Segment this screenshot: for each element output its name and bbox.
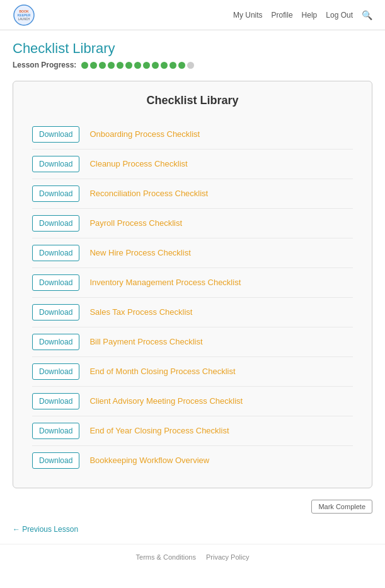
- mark-complete-button[interactable]: Mark Complete: [311, 500, 372, 514]
- page-title-area: Checklist Library Lesson Progress:: [0, 30, 385, 74]
- download-button-1[interactable]: Download: [32, 156, 79, 172]
- list-item: DownloadReconciliation Process Checklist: [32, 179, 353, 209]
- progress-dot-10: [170, 62, 176, 69]
- nav-help[interactable]: Help: [302, 11, 318, 20]
- progress-dot-11: [178, 62, 185, 69]
- list-item: DownloadPayroll Process Checklist: [32, 209, 353, 238]
- list-item: DownloadBookkeeping Workflow Overview: [32, 446, 353, 475]
- header: BOOK KEEPER LAUNCH My Units Profile Help…: [0, 0, 385, 30]
- list-item: DownloadSales Tax Process Checklist: [32, 298, 353, 327]
- card-title: Checklist Library: [32, 94, 353, 107]
- nav-links: My Units Profile Help Log Out 🔍: [233, 10, 372, 20]
- download-button-7[interactable]: Download: [32, 334, 79, 350]
- list-item: DownloadNew Hire Process Checklist: [32, 238, 353, 268]
- checklist-item-name: Reconciliation Process Checklist: [89, 188, 208, 199]
- footer-terms[interactable]: Terms & Conditions: [136, 553, 196, 561]
- progress-dot-6: [134, 62, 141, 69]
- checklist-item-name: Onboarding Process Checklist: [89, 129, 200, 140]
- progress-dot-2: [99, 62, 106, 69]
- progress-dot-0: [81, 62, 88, 69]
- progress-dots: [81, 62, 194, 69]
- list-item: DownloadOnboarding Process Checklist: [32, 120, 353, 150]
- checklist-item-name: Bill Payment Process Checklist: [89, 336, 202, 348]
- download-button-8[interactable]: Download: [32, 363, 79, 380]
- download-button-6[interactable]: Download: [32, 304, 79, 320]
- download-button-3[interactable]: Download: [32, 215, 79, 232]
- progress-dot-8: [152, 62, 159, 69]
- checklist-item-name: End of Month Closing Process Checklist: [89, 366, 235, 377]
- checklist-item-name: Client Advisory Meeting Process Checklis…: [89, 396, 243, 407]
- list-item: DownloadBill Payment Process Checklist: [32, 327, 353, 357]
- download-button-0[interactable]: Download: [32, 126, 79, 143]
- progress-dot-5: [125, 62, 132, 69]
- list-item: DownloadEnd of Month Closing Process Che…: [32, 357, 353, 387]
- download-button-4[interactable]: Download: [32, 245, 79, 261]
- svg-text:KEEPER: KEEPER: [18, 13, 31, 17]
- prev-lesson-area: ← Previous Lesson: [0, 519, 385, 544]
- checklist-item-name: New Hire Process Checklist: [89, 247, 190, 259]
- list-item: DownloadClient Advisory Meeting Process …: [32, 387, 353, 416]
- progress-dot-9: [161, 62, 168, 69]
- lesson-progress-row: Lesson Progress:: [13, 61, 372, 69]
- checklist-items: DownloadOnboarding Process ChecklistDown…: [32, 120, 353, 475]
- download-button-9[interactable]: Download: [32, 393, 79, 409]
- download-button-11[interactable]: Download: [32, 452, 79, 469]
- search-icon[interactable]: 🔍: [362, 10, 372, 20]
- nav-log-out[interactable]: Log Out: [326, 11, 353, 20]
- logo: BOOK KEEPER LAUNCH: [13, 4, 35, 26]
- download-button-2[interactable]: Download: [32, 185, 79, 202]
- checklist-item-name: Bookkeeping Workflow Overview: [89, 455, 209, 466]
- lesson-progress-label: Lesson Progress:: [13, 61, 76, 69]
- checklist-item-name: Inventory Management Process Checklist: [89, 277, 241, 288]
- checklist-item-name: Payroll Process Checklist: [89, 218, 182, 229]
- download-button-10[interactable]: Download: [32, 423, 79, 439]
- checklist-item-name: Cleanup Process Checklist: [89, 158, 187, 170]
- progress-dot-7: [143, 62, 150, 69]
- list-item: DownloadInventory Management Process Che…: [32, 268, 353, 298]
- footer: Terms & Conditions Privacy Policy: [0, 544, 385, 570]
- previous-lesson-link[interactable]: ← Previous Lesson: [13, 525, 78, 534]
- progress-dot-3: [108, 62, 115, 69]
- content-card: Checklist Library DownloadOnboarding Pro…: [13, 81, 372, 488]
- nav-profile[interactable]: Profile: [272, 11, 293, 20]
- progress-dot-4: [117, 62, 124, 69]
- page-title: Checklist Library: [13, 40, 372, 57]
- progress-dot-1: [90, 62, 97, 69]
- checklist-item-name: Sales Tax Process Checklist: [89, 307, 192, 318]
- progress-dot-12: [187, 62, 194, 69]
- checklist-item-name: End of Year Closing Process Checklist: [89, 425, 229, 437]
- logo-icon: BOOK KEEPER LAUNCH: [13, 4, 35, 26]
- download-button-5[interactable]: Download: [32, 274, 79, 291]
- list-item: DownloadEnd of Year Closing Process Chec…: [32, 416, 353, 446]
- mark-complete-area: Mark Complete: [0, 495, 385, 519]
- footer-privacy[interactable]: Privacy Policy: [206, 553, 249, 561]
- svg-text:LAUNCH: LAUNCH: [18, 18, 30, 21]
- list-item: DownloadCleanup Process Checklist: [32, 150, 353, 179]
- nav-my-units[interactable]: My Units: [233, 11, 263, 20]
